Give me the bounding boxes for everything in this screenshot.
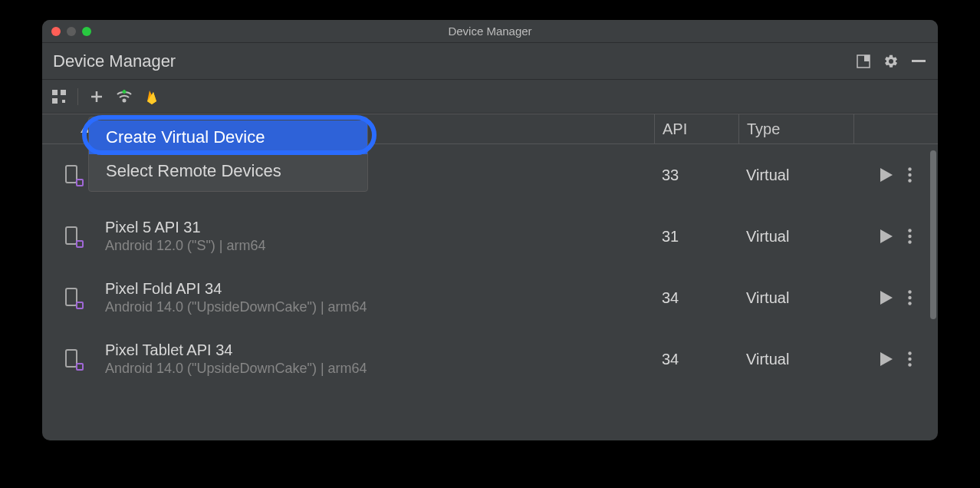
svg-rect-3 [52,90,58,95]
dropdown-item-select-remote-devices[interactable]: Select Remote Devices [89,154,367,188]
svg-rect-6 [62,100,65,103]
device-row[interactable]: Pixel 5 API 31 Android 12.0 ("S") | arm6… [42,206,938,267]
device-actions [853,229,938,244]
device-actions [853,167,938,183]
window-mode-icon[interactable] [855,53,872,70]
svg-point-18 [908,290,911,293]
svg-point-15 [908,229,911,232]
svg-point-9 [123,99,126,101]
wifi-pair-icon[interactable] [115,87,133,106]
svg-point-13 [908,173,911,176]
header-actions [855,53,927,70]
svg-rect-5 [52,98,58,104]
scrollbar-thumb[interactable] [930,150,936,319]
device-row[interactable]: Pixel Fold API 34 Android 14.0 ("UpsideD… [42,267,938,328]
device-categories-icon[interactable] [50,87,68,106]
hide-panel-icon[interactable] [910,53,927,70]
device-actions [853,290,938,305]
minimize-window-button[interactable] [67,27,76,36]
device-type: Virtual [738,228,853,246]
device-manager-window: Device Manager Device Manager [42,20,938,440]
device-info: Pixel 5 API 31 Android 12.0 ("S") | arm6… [105,219,654,254]
svg-point-14 [908,179,911,182]
device-subtitle: Android 14.0 ("UpsideDownCake") | arm64 [105,361,654,377]
device-subtitle: Android 12.0 ("S") | arm64 [105,238,654,254]
svg-point-19 [908,296,911,299]
toolbar-separator [77,88,78,105]
device-subtitle: Android 14.0 ("UpsideDownCake") | arm64 [105,299,654,315]
svg-point-17 [908,240,911,243]
firebase-icon[interactable] [143,87,161,106]
svg-point-23 [908,363,911,366]
traffic-lights [51,27,91,36]
svg-point-16 [908,235,911,238]
device-icon-cell [42,349,105,369]
virtual-device-icon [65,165,82,185]
device-icon-cell [42,226,105,246]
play-icon[interactable] [880,352,893,366]
device-type: Virtual [738,351,853,368]
svg-rect-1 [864,55,870,61]
device-name: Pixel 5 API 31 [105,219,654,236]
more-icon[interactable] [908,229,912,244]
device-type: Virtual [738,289,853,307]
maximize-window-button[interactable] [82,27,91,36]
window-title: Device Manager [42,25,938,38]
add-device-dropdown: Create Virtual Device Select Remote Devi… [88,117,368,192]
close-window-button[interactable] [51,27,61,36]
play-icon[interactable] [880,168,893,182]
dropdown-item-create-virtual-device[interactable]: Create Virtual Device [89,120,367,154]
device-api: 34 [654,289,738,307]
panel-header: Device Manager [42,43,938,80]
panel-title: Device Manager [53,51,855,71]
virtual-device-icon [65,288,82,308]
svg-point-22 [908,358,911,361]
svg-point-21 [908,351,911,354]
device-actions [853,351,938,367]
device-info: Pixel Fold API 34 Android 14.0 ("UpsideD… [105,280,654,315]
device-icon-cell [42,288,105,308]
toolbar [42,80,938,114]
device-api: 33 [654,167,738,184]
gear-icon[interactable] [883,53,899,70]
device-api: 31 [654,228,738,246]
play-icon[interactable] [880,229,893,243]
virtual-device-icon [65,226,82,246]
add-device-icon[interactable] [87,87,106,106]
svg-rect-2 [912,60,926,62]
play-icon[interactable] [880,291,893,305]
more-icon[interactable] [908,290,912,305]
column-header-api[interactable]: API [654,114,738,143]
virtual-device-icon [65,349,82,369]
device-info: Pixel Tablet API 34 Android 14.0 ("Upsid… [105,341,654,377]
titlebar: Device Manager [42,20,938,43]
more-icon[interactable] [908,351,912,367]
device-name: Pixel Tablet API 34 [105,341,654,359]
device-row[interactable]: Pixel Tablet API 34 Android 14.0 ("Upsid… [42,328,938,390]
device-name: Pixel Fold API 34 [105,280,654,298]
svg-point-20 [908,302,911,305]
svg-point-12 [908,167,911,170]
svg-rect-4 [61,90,66,95]
device-type: Virtual [738,167,853,184]
column-header-type[interactable]: Type [738,114,853,143]
more-icon[interactable] [908,167,912,183]
column-header-actions [853,114,938,143]
device-api: 34 [654,351,738,368]
